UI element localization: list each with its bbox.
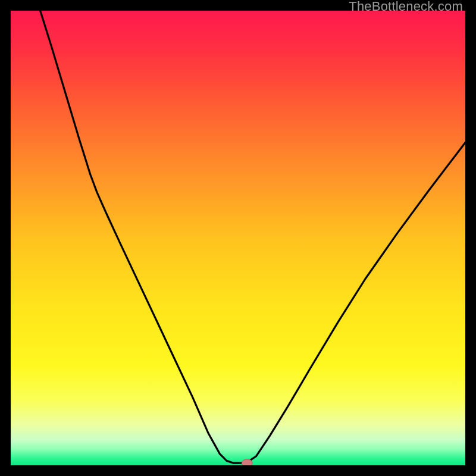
optimum-marker xyxy=(242,459,252,465)
bottleneck-plot xyxy=(11,11,465,465)
watermark-label: TheBottleneck.com xyxy=(349,0,463,14)
chart-frame xyxy=(11,11,465,465)
gradient-background xyxy=(11,11,465,465)
